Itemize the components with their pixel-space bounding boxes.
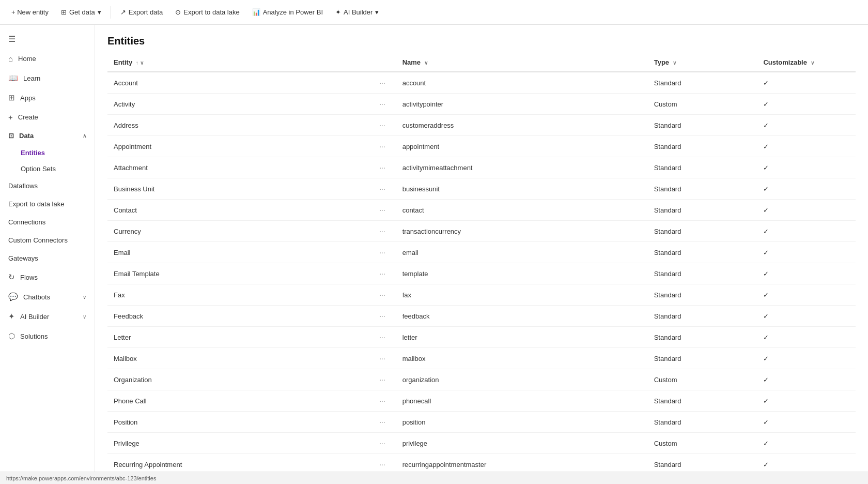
table-row[interactable]: Phone Call···phonecallStandard✓ [107,390,856,412]
sidebar-item-home[interactable]: ⌂ Home [0,49,95,68]
cell-entity[interactable]: Currency [107,221,370,242]
cell-name: customeraddress [396,115,648,136]
get-data-button[interactable]: ⊞ Get data ▾ [56,6,106,19]
cell-name: letter [396,327,648,348]
row-more-button[interactable]: ··· [376,374,389,385]
table-row[interactable]: Appointment···appointmentStandard✓ [107,136,856,157]
cell-entity[interactable]: Business Unit [107,178,370,200]
row-more-button[interactable]: ··· [376,78,389,88]
table-row[interactable]: Activity···activitypointerCustom✓ [107,94,856,115]
export-lake-button[interactable]: ⊙ Export to data lake [170,6,244,19]
row-more-button[interactable]: ··· [376,332,389,342]
analyze-button[interactable]: 📊 Analyze in Power BI [247,6,328,19]
row-more-button[interactable]: ··· [376,226,389,236]
chatbots-icon: 💬 [8,292,18,301]
sidebar-item-chatbots[interactable]: 💬 Chatbots ∨ [0,287,95,307]
sidebar-item-ai-builder[interactable]: ✦ AI Builder ∨ [0,307,95,326]
row-more-button[interactable]: ··· [376,438,389,448]
table-row[interactable]: Organization···organizationCustom✓ [107,369,856,390]
row-more-button[interactable]: ··· [376,396,389,406]
cell-entity[interactable]: Feedback [107,306,370,327]
cell-entity[interactable]: Mailbox [107,348,370,369]
row-more-button[interactable]: ··· [376,290,389,300]
sidebar-item-learn[interactable]: 📖 Learn [0,68,95,88]
row-more-button[interactable]: ··· [376,120,389,130]
cell-name: contact [396,200,648,221]
row-more-button[interactable]: ··· [376,141,389,152]
sidebar-item-connections[interactable]: Connections [0,213,95,231]
cell-customizable: ✓ [757,200,856,221]
row-more-button[interactable]: ··· [376,184,389,194]
check-icon: ✓ [763,376,769,384]
sidebar-item-data[interactable]: ⊡ Data ∧ [0,127,95,145]
row-more-button[interactable]: ··· [376,353,389,364]
cell-customizable: ✓ [757,178,856,200]
row-more-button[interactable]: ··· [376,417,389,427]
cell-entity[interactable]: Organization [107,369,370,390]
ai-builder-button[interactable]: ✦ AI Builder ▾ [330,6,384,19]
cell-entity[interactable]: Email [107,242,370,263]
sidebar-item-create[interactable]: + Create [0,108,95,127]
column-header-type[interactable]: Type ∨ [648,53,757,72]
cell-entity[interactable]: Account [107,72,370,94]
cell-entity[interactable]: Phone Call [107,390,370,412]
table-row[interactable]: Letter···letterStandard✓ [107,327,856,348]
cell-entity[interactable]: Contact [107,200,370,221]
row-more-button[interactable]: ··· [376,162,389,173]
table-row[interactable]: Contact···contactStandard✓ [107,200,856,221]
sidebar-item-export-lake[interactable]: Export to data lake [0,195,95,213]
cell-entity[interactable]: Recurring Appointment [107,454,370,472]
cell-entity[interactable]: Activity [107,94,370,115]
cell-entity[interactable]: Letter [107,327,370,348]
sidebar-item-gateways[interactable]: Gateways [0,249,95,267]
cell-entity[interactable]: Position [107,412,370,433]
cell-dots: ··· [370,433,396,454]
table-row[interactable]: Business Unit···businessunitStandard✓ [107,178,856,200]
cell-entity[interactable]: Attachment [107,157,370,178]
row-more-button[interactable]: ··· [376,247,389,258]
cell-customizable: ✓ [757,306,856,327]
cell-entity[interactable]: Fax [107,284,370,306]
sidebar-item-flows[interactable]: ↻ Flows [0,267,95,287]
table-row[interactable]: Currency···transactioncurrencyStandard✓ [107,221,856,242]
sidebar-item-dataflows[interactable]: Dataflows [0,177,95,195]
row-more-button[interactable]: ··· [376,311,389,321]
table-row[interactable]: Attachment···activitymimeattachmentStand… [107,157,856,178]
export-data-button[interactable]: ↗ Export data [115,6,168,19]
new-entity-button[interactable]: + New entity [6,6,54,19]
sidebar-menu-toggle[interactable]: ☰ [0,29,95,49]
table-row[interactable]: Privilege···privilegeCustom✓ [107,433,856,454]
column-header-entity[interactable]: Entity ↑ ∨ [107,53,370,72]
table-row[interactable]: Account···accountStandard✓ [107,72,856,94]
row-more-button[interactable]: ··· [376,459,389,470]
table-row[interactable]: Recurring Appointment···recurringappoint… [107,454,856,472]
cell-entity[interactable]: Email Template [107,263,370,284]
table-row[interactable]: Email Template···templateStandard✓ [107,263,856,284]
sidebar-item-entities[interactable]: Entities Entities [0,145,95,161]
sidebar: ☰ ⌂ Home 📖 Learn ⊞ Apps + Create ⊡ Data … [0,25,95,472]
cell-entity[interactable]: Privilege [107,433,370,454]
row-more-button[interactable]: ··· [376,99,389,109]
cell-customizable: ✓ [757,327,856,348]
cell-entity[interactable]: Appointment [107,136,370,157]
table-row[interactable]: Fax···faxStandard✓ [107,284,856,306]
column-header-name[interactable]: Name ∨ [396,53,648,72]
column-header-customizable[interactable]: Customizable ∨ [757,53,856,72]
table-row[interactable]: Feedback···feedbackStandard✓ [107,306,856,327]
cell-customizable: ✓ [757,115,856,136]
table-row[interactable]: Address···customeraddressStandard✓ [107,115,856,136]
sidebar-item-option-sets[interactable]: Option Sets [0,161,95,177]
sidebar-item-apps[interactable]: ⊞ Apps [0,88,95,108]
row-more-button[interactable]: ··· [376,205,389,215]
cell-entity[interactable]: Address [107,115,370,136]
cell-dots: ··· [370,390,396,412]
table-row[interactable]: Position···positionStandard✓ [107,412,856,433]
sidebar-item-solutions[interactable]: ⬡ Solutions [0,326,95,346]
table-row[interactable]: Mailbox···mailboxStandard✓ [107,348,856,369]
cell-name: organization [396,369,648,390]
sidebar-item-custom-connectors[interactable]: Custom Connectors [0,231,95,249]
row-more-button[interactable]: ··· [376,268,389,279]
cell-customizable: ✓ [757,369,856,390]
cell-dots: ··· [370,369,396,390]
table-row[interactable]: Email···emailStandard✓ [107,242,856,263]
